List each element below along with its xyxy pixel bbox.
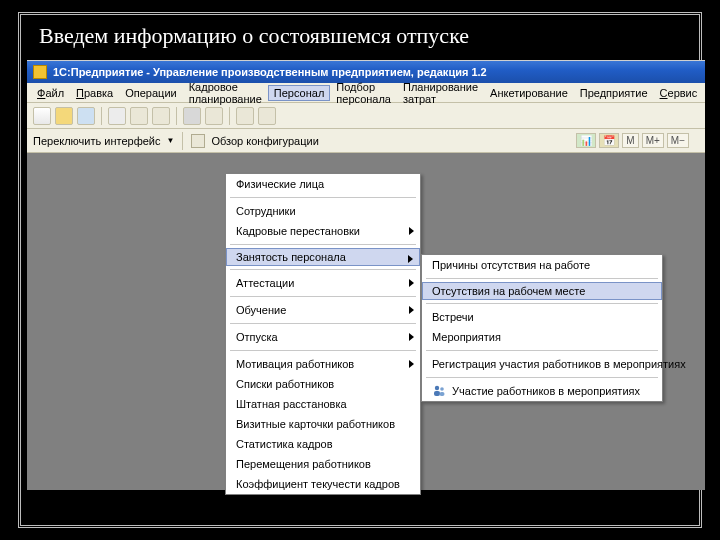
submenu-item[interactable]: Участие работников в мероприятиях bbox=[422, 381, 662, 401]
menu-кадровое планирование[interactable]: Кадровое планирование bbox=[183, 79, 268, 107]
menu-item[interactable]: Обучение bbox=[226, 300, 420, 320]
menu-item[interactable]: Мотивация работников bbox=[226, 354, 420, 374]
menu-файл[interactable]: Файл bbox=[31, 85, 70, 101]
menu-сервис[interactable]: Сервис bbox=[654, 85, 704, 101]
toolbar-separator bbox=[101, 107, 102, 125]
menu-item[interactable]: Сотрудники bbox=[226, 201, 420, 221]
people-icon bbox=[432, 383, 446, 399]
personnel-dropdown: Физические лицаСотрудникиКадровые перест… bbox=[225, 173, 421, 495]
menu-separator bbox=[230, 296, 416, 297]
menu-separator bbox=[230, 269, 416, 270]
window-title: 1С:Предприятие - Управление производстве… bbox=[53, 66, 487, 78]
menu-item[interactable]: Коэффициент текучести кадров bbox=[226, 474, 420, 494]
toolbar-main bbox=[27, 103, 705, 129]
app-window: 1С:Предприятие - Управление производстве… bbox=[27, 60, 705, 490]
svg-point-1 bbox=[440, 387, 444, 391]
mem-mminus-button[interactable]: M− bbox=[667, 133, 689, 148]
menu-подбор персонала[interactable]: Подбор персонала bbox=[330, 79, 397, 107]
submenu-item[interactable]: Отсутствия на рабочем месте bbox=[422, 282, 662, 300]
submenu-item-label: Регистрация участия работников в меропри… bbox=[432, 358, 686, 370]
preview-button[interactable] bbox=[205, 107, 223, 125]
menu-separator bbox=[426, 303, 658, 304]
switch-interface-label[interactable]: Переключить интерфейс bbox=[33, 135, 161, 147]
employment-submenu: Причины отсутствия на работеОтсутствия н… bbox=[421, 254, 663, 402]
menu-separator bbox=[230, 244, 416, 245]
menu-separator bbox=[426, 377, 658, 378]
toolbar-separator bbox=[229, 107, 230, 125]
menu-separator bbox=[426, 350, 658, 351]
menu-item[interactable]: Занятость персонала bbox=[226, 248, 420, 266]
cut-button[interactable] bbox=[108, 107, 126, 125]
menu-separator bbox=[230, 197, 416, 198]
print-button[interactable] bbox=[183, 107, 201, 125]
submenu-item-label: Мероприятия bbox=[432, 331, 501, 343]
mem-m-button[interactable]: M bbox=[622, 133, 638, 148]
new-doc-button[interactable] bbox=[33, 107, 51, 125]
calendar-icon[interactable]: 📅 bbox=[599, 133, 619, 148]
menu-item[interactable]: Перемещения работников bbox=[226, 454, 420, 474]
mem-mplus-button[interactable]: M+ bbox=[642, 133, 664, 148]
menu-персонал[interactable]: Персонал bbox=[268, 85, 331, 101]
calc-icon[interactable]: 📊 bbox=[576, 133, 596, 148]
menu-item[interactable]: Списки работников bbox=[226, 374, 420, 394]
menu-предприятие[interactable]: Предприятие bbox=[574, 85, 654, 101]
menubar: ФайлПравкаОперацииКадровое планированиеП… bbox=[27, 83, 705, 103]
redo-button[interactable] bbox=[258, 107, 276, 125]
submenu-item-label: Участие работников в мероприятиях bbox=[452, 385, 640, 397]
menu-окна[interactable]: Окна bbox=[703, 85, 720, 101]
submenu-item[interactable]: Причины отсутствия на работе bbox=[422, 255, 662, 275]
submenu-item[interactable]: Мероприятия bbox=[422, 327, 662, 347]
menu-item[interactable]: Статистика кадров bbox=[226, 434, 420, 454]
menu-item[interactable]: Физические лица bbox=[226, 174, 420, 194]
toolbar-separator bbox=[176, 107, 177, 125]
toolbar-secondary: Переключить интерфейс ▼ Обзор конфигурац… bbox=[27, 129, 705, 153]
memory-indicators: 📊 📅 M M+ M− bbox=[576, 133, 689, 148]
menu-item[interactable]: Аттестации bbox=[226, 273, 420, 293]
menu-правка[interactable]: Правка bbox=[70, 85, 119, 101]
menu-анкетирование[interactable]: Анкетирование bbox=[484, 85, 574, 101]
svg-point-0 bbox=[435, 386, 439, 390]
menu-separator bbox=[230, 323, 416, 324]
menu-item[interactable]: Визитные карточки работников bbox=[226, 414, 420, 434]
menu-separator bbox=[230, 350, 416, 351]
menu-операции[interactable]: Операции bbox=[119, 85, 182, 101]
svg-rect-2 bbox=[434, 391, 440, 396]
submenu-item[interactable]: Встречи bbox=[422, 307, 662, 327]
menu-item[interactable]: Отпуска bbox=[226, 327, 420, 347]
config-overview-label[interactable]: Обзор конфигурации bbox=[211, 135, 318, 147]
save-button[interactable] bbox=[77, 107, 95, 125]
undo-button[interactable] bbox=[236, 107, 254, 125]
menu-планирование затрат[interactable]: Планирование затрат bbox=[397, 79, 484, 107]
svg-rect-3 bbox=[440, 392, 445, 396]
menu-item[interactable]: Штатная расстановка bbox=[226, 394, 420, 414]
submenu-item-label: Встречи bbox=[432, 311, 474, 323]
app-icon bbox=[33, 65, 47, 79]
config-icon[interactable] bbox=[191, 134, 205, 148]
submenu-item-label: Отсутствия на рабочем месте bbox=[432, 285, 585, 297]
paste-button[interactable] bbox=[152, 107, 170, 125]
copy-button[interactable] bbox=[130, 107, 148, 125]
submenu-item-label: Причины отсутствия на работе bbox=[432, 259, 590, 271]
submenu-item[interactable]: Регистрация участия работников в меропри… bbox=[422, 354, 662, 374]
open-button[interactable] bbox=[55, 107, 73, 125]
slide-title: Введем информацию о состоявшемся отпуске bbox=[21, 15, 699, 59]
toolbar-separator bbox=[182, 132, 183, 150]
menu-item[interactable]: Кадровые перестановки bbox=[226, 221, 420, 241]
menu-separator bbox=[426, 278, 658, 279]
